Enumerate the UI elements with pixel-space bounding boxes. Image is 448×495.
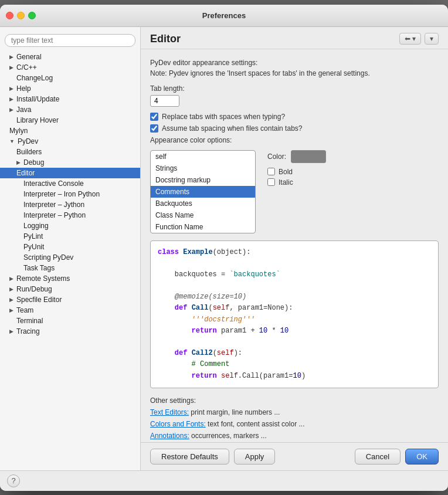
help-button[interactable]: ? (7, 474, 20, 487)
sidebar-item-interactive[interactable]: Interactive Console (0, 178, 140, 189)
dropdown-item-classname[interactable]: Class Name (151, 209, 255, 221)
sidebar-item-team[interactable]: ▶ Team (0, 305, 140, 316)
minimize-button[interactable] (17, 12, 25, 19)
sidebar-item-label: Remote Systems (16, 274, 70, 283)
sidebar-item-label: Team (16, 306, 33, 314)
sidebar-item-install[interactable]: ▶ Install/Update (0, 94, 140, 104)
sidebar-item-logging[interactable]: Logging (0, 221, 140, 231)
sidebar-item-cpp[interactable]: ▶ C/C++ (0, 62, 140, 73)
expand-arrow: ▶ (9, 107, 13, 113)
link-row-3: Annotations: occurrences, markers ... (150, 432, 439, 440)
sidebar-item-help[interactable]: ▶ Help (0, 83, 140, 94)
expand-arrow: ▶ (9, 307, 13, 313)
sidebar-item-java[interactable]: ▶ Java (0, 104, 140, 115)
text-editors-link[interactable]: Text Editors: (150, 408, 189, 416)
ok-button[interactable]: OK (405, 449, 439, 465)
sidebar-item-label: Install/Update (16, 95, 59, 103)
dropdown-item-docstring[interactable]: Docstring markup (151, 174, 255, 186)
italic-checkbox[interactable] (267, 178, 275, 186)
dropdown-item-strings[interactable]: Strings (151, 162, 255, 174)
footer-left: Restore Defaults Apply (150, 449, 275, 465)
dropdown-item-comments[interactable]: Comments (151, 186, 255, 198)
header-icons: ⬅ ▾ ▾ (399, 33, 439, 45)
sidebar-item-label: Tracing (16, 327, 40, 335)
sidebar-item-scripting[interactable]: Scripting PyDev (0, 252, 140, 263)
dropdown-item-self[interactable]: self (151, 151, 255, 162)
sidebar: ▶ General ▶ C/C++ ChangeLog ▶ Help (0, 27, 141, 470)
italic-label[interactable]: Italic (267, 178, 326, 187)
sidebar-item-terminal[interactable]: Terminal (0, 316, 140, 326)
titlebar: Preferences (0, 5, 448, 27)
sidebar-item-libraryhover[interactable]: Library Hover (0, 115, 140, 126)
close-button[interactable] (6, 12, 13, 19)
annotations-link[interactable]: Annotations: (150, 432, 189, 440)
sidebar-item-specfile[interactable]: ▶ Specfile Editor (0, 294, 140, 305)
bold-label[interactable]: Bold (267, 168, 326, 176)
link1-desc: print margin, line numbers ... (189, 408, 280, 416)
dropdown-item-functionname[interactable]: Function Name (151, 221, 255, 233)
code-preview: class Example(object): backquotes = `bac… (150, 240, 439, 388)
sidebar-item-label: Debug (23, 158, 44, 167)
main-body: PyDev editor appearance settings: Note: … (141, 49, 448, 442)
sidebar-item-label: Interpreter – Jython (23, 201, 84, 209)
sidebar-item-python[interactable]: Interpreter – Python (0, 210, 140, 221)
color-options-dropdown[interactable]: self Strings Docstring markup Comments B… (150, 150, 256, 233)
window-title: Preferences (202, 11, 246, 20)
bold-checkbox[interactable] (267, 168, 275, 175)
restore-defaults-button[interactable]: Restore Defaults (150, 449, 229, 465)
sidebar-item-label: Help (16, 84, 31, 93)
link-row-2: Colors and Fonts: text font, content ass… (150, 420, 439, 428)
search-input[interactable] (5, 34, 135, 47)
traffic-lights (6, 12, 36, 19)
bold-italic-section: Bold Italic (267, 168, 326, 187)
sidebar-item-changelog[interactable]: ChangeLog (0, 73, 140, 83)
cancel-button[interactable]: Cancel (355, 449, 401, 465)
tab-length-input[interactable] (150, 95, 179, 107)
expand-arrow: ▼ (9, 138, 15, 144)
sidebar-item-label: Scripting PyDev (23, 253, 73, 262)
sidebar-item-pylint[interactable]: PyLint (0, 231, 140, 242)
sidebar-item-label: Run/Debug (16, 285, 52, 293)
sidebar-item-label: Interpreter – Iron Python (23, 190, 100, 198)
color-row: Color: (267, 150, 326, 163)
assume-tab-checkbox[interactable] (150, 124, 158, 133)
expand-arrow: ▶ (9, 276, 13, 282)
sidebar-item-label: Task Tags (23, 264, 55, 272)
forward-button[interactable]: ▾ (425, 33, 439, 45)
sidebar-item-mylyn[interactable]: Mylyn (0, 126, 140, 136)
sidebar-item-label: C/C++ (16, 63, 37, 72)
sidebar-item-jython[interactable]: Interpreter – Jython (0, 199, 140, 210)
dropdown-item-backquotes[interactable]: Backquotes (151, 198, 255, 209)
sidebar-item-general[interactable]: ▶ General (0, 52, 140, 62)
appearance-label: Appearance color options: (150, 136, 439, 144)
sidebar-item-ironpython[interactable]: Interpreter – Iron Python (0, 189, 140, 199)
sidebar-item-label: General (16, 53, 42, 61)
replace-tabs-checkbox[interactable] (150, 113, 158, 121)
colors-fonts-link[interactable]: Colors and Fonts: (150, 420, 206, 428)
sidebar-item-editor[interactable]: Editor (0, 168, 140, 178)
checkbox2-label: Assume tab spacing when files contain ta… (162, 124, 302, 133)
sidebar-item-tracing[interactable]: ▶ Tracing (0, 326, 140, 337)
maximize-button[interactable] (28, 12, 36, 19)
other-settings-label: Other settings: (150, 396, 439, 405)
color-swatch[interactable] (291, 150, 326, 163)
apply-button[interactable]: Apply (234, 449, 276, 465)
sidebar-item-pydev[interactable]: ▼ PyDev (0, 136, 140, 147)
checkbox-row-1: Replace tabs with spaces when typing? (150, 113, 439, 121)
tab-length-label: Tab length: (150, 84, 439, 93)
expand-arrow: ▶ (16, 160, 21, 165)
preferences-window: Preferences ▶ General ▶ C/C++ ChangeLog (0, 5, 448, 491)
sidebar-item-builders[interactable]: Builders (0, 147, 140, 157)
sidebar-item-tasktags[interactable]: Task Tags (0, 263, 140, 273)
color-label: Color: (267, 152, 286, 161)
appearance-row: self Strings Docstring markup Comments B… (150, 150, 439, 233)
sidebar-item-label: Logging (23, 222, 49, 230)
sidebar-item-rundebug[interactable]: ▶ Run/Debug (0, 284, 140, 294)
sidebar-item-remote[interactable]: ▶ Remote Systems (0, 273, 140, 284)
back-button[interactable]: ⬅ ▾ (399, 33, 421, 45)
sidebar-item-debug[interactable]: ▶ Debug (0, 157, 140, 168)
sidebar-item-label: PyUnit (23, 243, 44, 251)
sidebar-item-pyunit[interactable]: PyUnit (0, 242, 140, 252)
other-settings: Other settings: Text Editors: print marg… (150, 396, 439, 440)
desc-line2: Note: Pydev ignores the 'Insert spaces f… (150, 68, 439, 79)
